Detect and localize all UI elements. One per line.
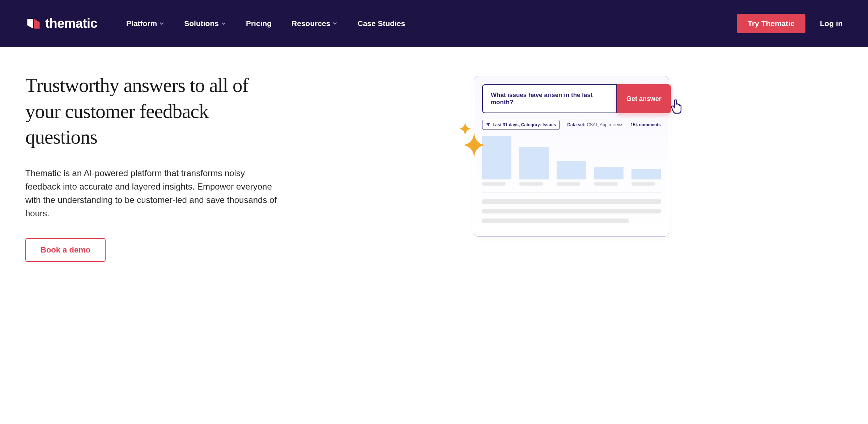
data-set-value: CSAT, App reviews (587, 122, 623, 127)
nav-label: Case Studies (357, 19, 405, 28)
chevron-down-icon (159, 21, 164, 26)
try-thematic-button[interactable]: Try Thematic (737, 14, 805, 33)
hero-copy: Trustworthy answers to all of your custo… (25, 72, 278, 262)
logo-text: thematic (45, 16, 97, 31)
bar-5 (631, 169, 661, 186)
placeholder-line (482, 199, 661, 204)
placeholder-line (482, 219, 629, 223)
hero-title: Trustworthy answers to all of your custo… (25, 72, 278, 150)
cursor-hand-icon (668, 98, 686, 116)
logo-icon (25, 16, 42, 32)
login-link[interactable]: Log in (820, 19, 843, 28)
bar-4 (594, 167, 624, 186)
bar-3 (557, 161, 586, 186)
demo-input-row: What issues have arisen in the last mont… (482, 84, 661, 113)
main-nav: Platform Solutions Pricing Resources Cas… (126, 19, 737, 28)
filter-text: Last 31 days, Category: Issues (493, 122, 556, 127)
bar-1 (482, 136, 511, 186)
nav-label: Pricing (246, 19, 272, 28)
demo-filters: Last 31 days, Category: Issues Data set:… (482, 120, 661, 130)
demo-bar-chart (482, 139, 661, 186)
nav-item-platform[interactable]: Platform (126, 19, 164, 28)
question-input[interactable]: What issues have arisen in the last mont… (482, 84, 617, 113)
hero-illustration: What issues have arisen in the last mont… (300, 72, 843, 262)
placeholder-line (482, 209, 661, 213)
nav-item-solutions[interactable]: Solutions (184, 19, 226, 28)
book-demo-button[interactable]: Book a demo (25, 238, 106, 262)
site-header: thematic Platform Solutions Pricing Reso… (0, 0, 868, 47)
nav-label: Platform (126, 19, 157, 28)
nav-item-case-studies[interactable]: Case Studies (357, 19, 405, 28)
data-set-info: Data set: CSAT, App reviews (567, 122, 623, 127)
chevron-down-icon (332, 21, 337, 26)
nav-label: Resources (292, 19, 330, 28)
chevron-down-icon (221, 21, 226, 26)
hero-description: Thematic is an AI-powered platform that … (25, 166, 278, 220)
bar-2 (519, 147, 549, 186)
logo[interactable]: thematic (25, 16, 97, 32)
get-answer-button[interactable]: Get answer (617, 84, 671, 113)
data-set-label: Data set: (567, 122, 586, 127)
header-actions: Try Thematic Log in (737, 14, 843, 33)
nav-label: Solutions (184, 19, 219, 28)
hero-section: Trustworthy answers to all of your custo… (0, 47, 868, 280)
divider (482, 192, 661, 192)
filter-icon (486, 123, 490, 127)
demo-card: What issues have arisen in the last mont… (474, 76, 669, 237)
comments-count: 15k comments (631, 122, 661, 127)
nav-item-pricing[interactable]: Pricing (246, 19, 272, 28)
nav-item-resources[interactable]: Resources (292, 19, 337, 28)
filter-chip[interactable]: Last 31 days, Category: Issues (482, 120, 560, 130)
